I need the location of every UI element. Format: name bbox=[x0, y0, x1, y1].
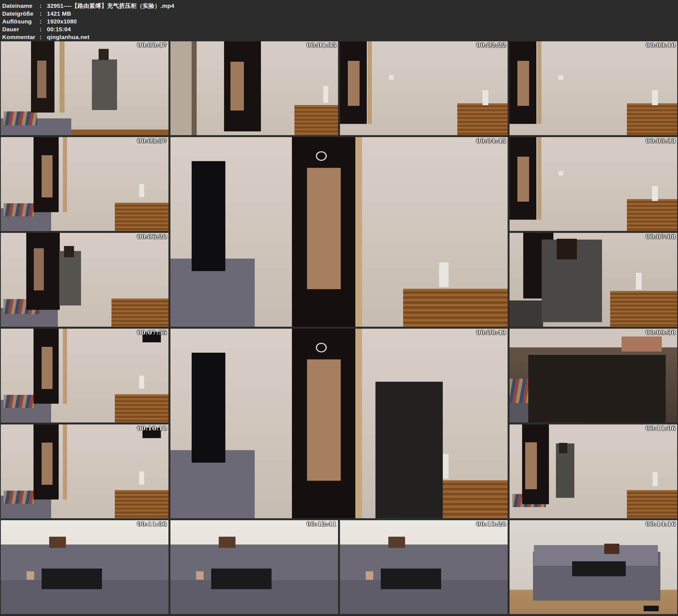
timestamp-overlay: 00:12:41 bbox=[307, 521, 337, 528]
timestamp-overlay: 00:08:43 bbox=[476, 329, 506, 336]
filename-value: 32951----【路由紧缚】充气挤压柜（实验）.mp4 bbox=[47, 2, 678, 9]
timestamp-overlay: 00:14:16 bbox=[646, 521, 676, 528]
timestamp-overlay: 00:04:45 bbox=[476, 138, 506, 144]
resolution-value: 1920x1080 bbox=[47, 18, 678, 25]
video-thumbnail-large[interactable]: 00:08:43 bbox=[171, 329, 507, 518]
contact-sheet: { "header": { "fields": [ { "label": "Da… bbox=[0, 0, 678, 616]
comment-label: Kommentar bbox=[2, 34, 40, 41]
timestamp-overlay: 00:03:10 bbox=[646, 42, 676, 49]
filesize-value: 1421 MB bbox=[47, 10, 678, 17]
separator: : bbox=[40, 10, 47, 17]
video-thumbnail[interactable]: 00:13:28 bbox=[340, 520, 507, 614]
timestamp-overlay: 00:07:08 bbox=[646, 233, 676, 240]
thumbnail-grid: 00:00:47 00:01:35 00:02:22 00:03:10 00:0… bbox=[1, 41, 677, 614]
separator: : bbox=[40, 18, 47, 25]
filename-label: Dateiname bbox=[2, 2, 40, 9]
timestamp-overlay: 00:03:57 bbox=[137, 138, 167, 144]
comment-value: qinglanhua.net bbox=[47, 34, 678, 41]
metadata-header: Dateiname : 32951----【路由紧缚】充气挤压柜（实验）.mp4… bbox=[0, 0, 678, 39]
timestamp-overlay: 00:11:53 bbox=[137, 521, 167, 528]
metadata-row-filesize: Dateigröße : 1421 MB bbox=[2, 10, 678, 18]
metadata-row-duration: Dauer : 00:15:04 bbox=[2, 26, 678, 34]
video-thumbnail[interactable]: 00:07:08 bbox=[510, 233, 677, 327]
separator: : bbox=[40, 34, 47, 41]
separator: : bbox=[40, 2, 47, 9]
video-thumbnail[interactable]: 00:14:16 bbox=[510, 520, 677, 614]
metadata-row-resolution: Auflösung : 1920x1080 bbox=[2, 18, 678, 26]
metadata-row-filename: Dateiname : 32951----【路由紧缚】充气挤压柜（实验）.mp4 bbox=[2, 2, 678, 10]
timestamp-overlay: 00:10:18 bbox=[137, 425, 167, 432]
video-thumbnail[interactable]: 00:00:47 bbox=[1, 41, 168, 135]
video-thumbnail[interactable]: 00:06:20 bbox=[1, 233, 168, 327]
filesize-label: Dateigröße bbox=[2, 10, 40, 17]
video-thumbnail[interactable]: 00:12:41 bbox=[171, 520, 338, 614]
resolution-label: Auflösung bbox=[2, 18, 40, 25]
video-thumbnail[interactable]: 00:10:18 bbox=[1, 424, 168, 518]
video-thumbnail[interactable]: 00:03:10 bbox=[510, 41, 677, 135]
timestamp-overlay: 00:06:20 bbox=[137, 233, 167, 240]
metadata-row-comment: Kommentar : qinglanhua.net bbox=[2, 34, 678, 41]
video-thumbnail[interactable]: 00:03:57 bbox=[1, 137, 168, 231]
timestamp-overlay: 00:07:55 bbox=[137, 329, 167, 336]
video-thumbnail[interactable]: 00:11:53 bbox=[1, 520, 168, 614]
video-thumbnail-large[interactable]: 00:04:45 bbox=[171, 137, 507, 327]
video-thumbnail[interactable]: 00:01:35 bbox=[171, 41, 338, 135]
separator: : bbox=[40, 26, 47, 33]
video-thumbnail[interactable]: 00:02:22 bbox=[340, 41, 507, 135]
timestamp-overlay: 00:11:06 bbox=[646, 425, 676, 432]
timestamp-overlay: 00:13:28 bbox=[476, 521, 506, 528]
duration-value: 00:15:04 bbox=[47, 26, 678, 33]
duration-label: Dauer bbox=[2, 26, 40, 33]
video-thumbnail[interactable]: 00:11:06 bbox=[510, 424, 677, 518]
video-thumbnail[interactable]: 00:05:33 bbox=[510, 137, 677, 231]
timestamp-overlay: 00:00:47 bbox=[137, 42, 167, 49]
timestamp-overlay: 00:02:22 bbox=[476, 42, 506, 49]
timestamp-overlay: 00:09:30 bbox=[646, 329, 676, 336]
timestamp-overlay: 00:05:33 bbox=[646, 138, 676, 144]
timestamp-overlay: 00:01:35 bbox=[307, 42, 337, 49]
video-thumbnail[interactable]: 00:07:55 bbox=[1, 329, 168, 422]
video-thumbnail[interactable]: 00:09:30 bbox=[510, 329, 677, 422]
